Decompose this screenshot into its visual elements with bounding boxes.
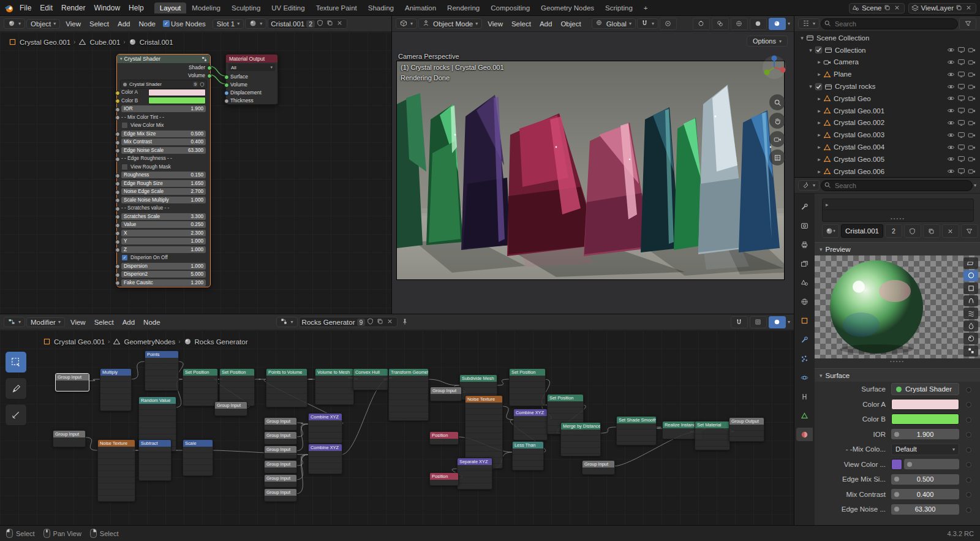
outliner-row-crystal-geo[interactable]: ▸Crystal Geo: [794, 93, 980, 105]
geo-node-set-position-5[interactable]: Set Position: [219, 368, 255, 406]
use-nodes-toggle[interactable]: ✓ Use Nodes: [161, 20, 208, 28]
disable-viewport-toggle[interactable]: [956, 167, 967, 175]
disable-viewport-toggle[interactable]: [956, 119, 967, 127]
shader-type-dropdown[interactable]: Object: [26, 19, 60, 29]
material-datablock[interactable]: Cristal.001 2: [268, 18, 347, 29]
breadcrumb-item-crystal-geo-001[interactable]: Crystal Geo.001: [54, 338, 105, 346]
new-material-button[interactable]: [923, 224, 940, 238]
scene-selector[interactable]: Scene: [849, 3, 905, 13]
twirl-icon[interactable]: ▸: [815, 168, 823, 175]
disable-viewport-toggle[interactable]: [956, 58, 967, 66]
preview-shaderball-button[interactable]: [963, 333, 978, 344]
menu-window[interactable]: Window: [89, 2, 124, 13]
geo-node-position-18[interactable]: Position: [429, 431, 459, 445]
disable-viewport-toggle[interactable]: [956, 131, 967, 139]
properties-search[interactable]: [821, 180, 973, 191]
color-swatch[interactable]: [891, 399, 959, 410]
node-input-disperion2[interactable]: Disperion25.000: [117, 270, 210, 279]
show-overlays-button[interactable]: [712, 18, 729, 30]
surface-panel-header[interactable]: Surface: [815, 368, 980, 382]
collapse-icon[interactable]: ▾: [120, 56, 123, 61]
menu-edit[interactable]: Edit: [36, 2, 57, 13]
node-input-edge-noise-scale[interactable]: Edge Noise Scale63.300: [117, 146, 210, 155]
node-input-noise-edge-scale[interactable]: Noise Edge Scale2.700: [117, 187, 210, 196]
material-slots-list[interactable]: ▸ •••••: [822, 199, 974, 222]
fake-user-shield-icon[interactable]: [317, 20, 325, 28]
hide-eye-toggle[interactable]: [946, 107, 956, 115]
disable-viewport-toggle[interactable]: [956, 70, 967, 78]
empty-field[interactable]: [904, 459, 959, 469]
geo-node-points-2[interactable]: Points: [145, 350, 179, 391]
hide-eye-toggle[interactable]: [946, 131, 956, 139]
shader-menu-view[interactable]: View: [61, 19, 85, 29]
geo-node-set-position-13[interactable]: Set Position: [509, 368, 546, 406]
geo-node-group-input-23[interactable]: Group Input: [264, 417, 297, 431]
geo-menu-node[interactable]: Node: [139, 317, 165, 327]
properties-tab-physics[interactable]: [796, 371, 813, 384]
workspace-tab-rendering[interactable]: Rendering: [442, 2, 485, 13]
geo-node-position-20[interactable]: Position: [429, 472, 459, 486]
output-input-thickness[interactable]: Thickness: [226, 96, 277, 104]
color-swatch[interactable]: [148, 89, 206, 96]
hide-eye-toggle[interactable]: [946, 167, 956, 175]
geo-node-combine-xyz-21[interactable]: Combine XYZ: [308, 413, 342, 444]
outliner-row-plane[interactable]: ▸Plane: [794, 68, 980, 80]
outliner-row-crystal-geo-003[interactable]: ▸Crystal Geo.003: [794, 129, 980, 141]
geo-snap-button[interactable]: [731, 316, 748, 328]
preview-sphere-button[interactable]: [963, 270, 978, 282]
geo-node-set-shade-smooth-34[interactable]: Set Shade Smooth: [616, 416, 657, 445]
workspace-tab-uv-editing[interactable]: UV Editing: [266, 2, 310, 13]
geo-node-scale-30[interactable]: Scale: [183, 439, 213, 476]
menu-render[interactable]: Render: [57, 2, 89, 13]
output-input-displacement[interactable]: Displacement: [226, 88, 277, 96]
remove-viewlayer-icon[interactable]: [965, 4, 973, 12]
number-field[interactable]: 0.400: [891, 489, 959, 499]
twirl-icon[interactable]: ▸: [815, 96, 823, 102]
geo-overlay-toggle[interactable]: [769, 316, 786, 328]
material-users-button[interactable]: 2: [885, 224, 902, 238]
menu-file[interactable]: File: [15, 2, 36, 13]
twirl-icon[interactable]: ▸: [815, 71, 823, 77]
geo-node-volume-to-mesh-7[interactable]: Volume to Mesh: [315, 368, 354, 405]
disable-render-toggle[interactable]: [967, 94, 977, 102]
node-input-y[interactable]: Y1.000: [117, 237, 210, 246]
outliner-row-crystal-geo-001[interactable]: ▸Crystal Geo.001: [794, 105, 980, 117]
workspace-tab-layout[interactable]: Layout: [154, 2, 187, 13]
disable-viewport-toggle[interactable]: [956, 83, 967, 91]
snap-dropdown[interactable]: [637, 18, 658, 29]
node-output-shader[interactable]: Shader: [117, 63, 210, 71]
hide-eye-toggle[interactable]: [946, 143, 956, 151]
viewport-editor-type-button[interactable]: [396, 18, 417, 29]
properties-tab-modifiers[interactable]: [796, 333, 813, 346]
hide-eye-toggle[interactable]: [946, 119, 956, 127]
crystal-shader-node[interactable]: ▾ Crystal Shader ShaderVolume Crystal Sh…: [116, 54, 211, 287]
geo-node-group-input-12[interactable]: Group Input: [430, 387, 462, 401]
checkbox-icon[interactable]: [121, 122, 128, 129]
workspace-tab-shading[interactable]: Shading: [363, 2, 399, 13]
use-nodes-checkbox[interactable]: ✓: [163, 20, 170, 27]
node-input-scale-noise-multiply[interactable]: Scale Noise Multiply1.000: [117, 196, 210, 205]
color-swatch[interactable]: [148, 97, 206, 104]
properties-editor-type-button[interactable]: [798, 180, 820, 191]
pan-hand-tool[interactable]: [769, 113, 785, 129]
node-input-ior[interactable]: IOR1.900: [117, 105, 210, 113]
disable-render-toggle[interactable]: [967, 143, 977, 151]
hide-eye-toggle[interactable]: [946, 58, 956, 66]
color-swatch[interactable]: [891, 414, 959, 425]
node-checkbox-view-rough-mask[interactable]: View Rough Mask: [117, 163, 210, 172]
node-checkbox-disperion-on-off[interactable]: ✓Disperion On Off: [117, 254, 210, 262]
menu-help[interactable]: Help: [124, 2, 148, 13]
geo-node-less-than-17[interactable]: Less Than: [512, 441, 544, 471]
hide-eye-toggle[interactable]: [946, 155, 956, 163]
shader-menu-add[interactable]: Add: [113, 19, 134, 29]
geo-node-group-input-24[interactable]: Group Input: [264, 431, 297, 445]
preview-flat-button[interactable]: [963, 257, 978, 269]
viewport-menu-add[interactable]: Add: [535, 19, 556, 29]
checkbox-icon[interactable]: ✓: [121, 254, 128, 261]
disable-viewport-toggle[interactable]: [956, 143, 967, 151]
collection-checkbox[interactable]: [815, 83, 823, 91]
disable-render-toggle[interactable]: [967, 119, 977, 127]
outliner-row-scene-collection[interactable]: ▾Scene Collection: [794, 32, 980, 44]
geo-editor-type-button[interactable]: [4, 317, 25, 327]
geo-node-transform-geometry-9[interactable]: Transform Geometry: [388, 368, 429, 421]
